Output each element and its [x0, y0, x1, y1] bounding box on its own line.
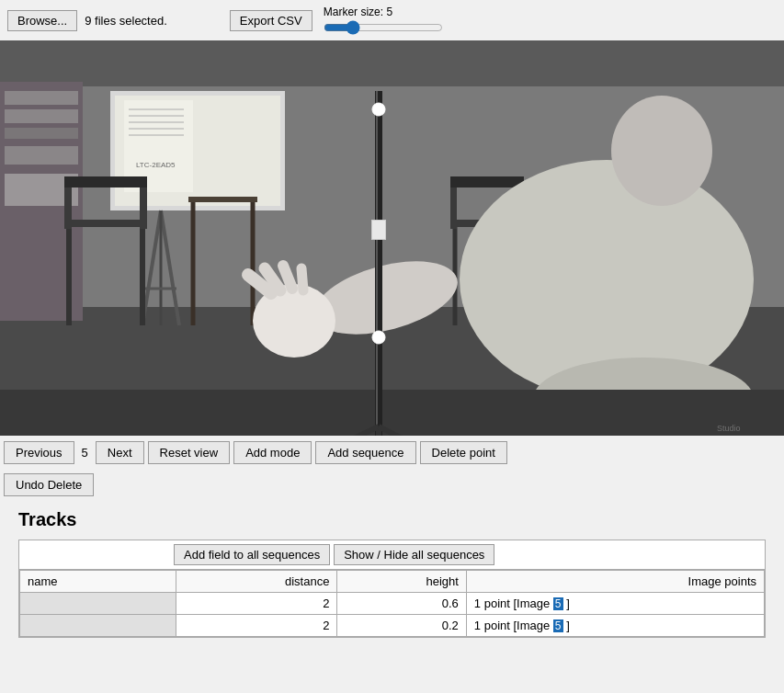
- row2-image-points: 1 point [Image 5 ]: [466, 615, 764, 637]
- tracks-data-table: name distance height Image points 2 0.6 …: [19, 570, 765, 637]
- svg-point-38: [611, 96, 712, 206]
- svg-point-55: [374, 333, 383, 342]
- delete-point-button[interactable]: Delete point: [420, 441, 507, 464]
- table-row: 2 0.6 1 point [Image 5 ]: [20, 593, 765, 615]
- row2-ip-text: 1 point [Image: [474, 619, 553, 632]
- marker-size-slider[interactable]: [324, 20, 443, 35]
- svg-rect-4: [5, 91, 78, 105]
- undo-delete-button[interactable]: Undo Delete: [4, 473, 94, 496]
- svg-rect-49: [376, 91, 378, 436]
- svg-text:LTC-2EAD5: LTC-2EAD5: [136, 161, 176, 169]
- row1-distance: 2: [176, 593, 337, 615]
- add-field-button[interactable]: Add field to all sequences: [174, 544, 330, 565]
- svg-text:Studio: Studio: [717, 424, 741, 433]
- next-button[interactable]: Next: [96, 441, 144, 464]
- tracks-table-area: Add field to all sequences Show / Hide a…: [18, 540, 766, 638]
- tracks-title: Tracks: [18, 509, 766, 530]
- svg-rect-25: [64, 183, 72, 229]
- svg-rect-34: [450, 183, 457, 229]
- svg-rect-26: [140, 183, 147, 229]
- row2-distance: 2: [176, 615, 337, 637]
- row1-height: 0.6: [337, 593, 467, 615]
- svg-rect-36: [450, 176, 524, 187]
- show-hide-button[interactable]: Show / Hide all sequences: [334, 544, 494, 565]
- svg-line-44: [301, 268, 303, 290]
- col-header-distance: distance: [176, 571, 337, 593]
- svg-rect-2: [0, 40, 784, 86]
- svg-rect-22: [64, 220, 147, 227]
- scene-canvas[interactable]: LTC-2EAD5: [0, 40, 784, 436]
- row1-ip-num: 5: [553, 597, 563, 610]
- svg-rect-6: [5, 128, 78, 139]
- svg-rect-51: [372, 221, 385, 239]
- col-header-image-points: Image points: [466, 571, 764, 593]
- svg-rect-28: [188, 197, 257, 202]
- files-selected-label: 9 files selected.: [85, 14, 167, 28]
- row2-ip-end: ]: [563, 619, 570, 632]
- col-header-height: height: [337, 571, 467, 593]
- row1-id: [20, 593, 176, 615]
- svg-rect-27: [64, 176, 147, 187]
- svg-rect-47: [0, 390, 784, 436]
- previous-button[interactable]: Previous: [4, 441, 74, 464]
- toolbar: Previous 5 Next Reset view Add mode Add …: [0, 436, 784, 470]
- frame-number: 5: [78, 446, 92, 460]
- table-header-row: name distance height Image points: [20, 571, 765, 593]
- reset-view-button[interactable]: Reset view: [148, 441, 231, 464]
- marker-size-container: Marker size: 5: [324, 6, 443, 35]
- undo-row: Undo Delete: [0, 470, 784, 500]
- row1-ip-end: ]: [563, 596, 570, 610]
- svg-rect-5: [5, 109, 78, 123]
- row1-ip-text: 1 point [Image: [474, 596, 553, 610]
- export-csv-button[interactable]: Export CSV: [230, 10, 312, 31]
- row2-height: 0.2: [337, 615, 467, 637]
- table-row: 2 0.2 1 point [Image 5 ]: [20, 615, 765, 637]
- image-area[interactable]: LTC-2EAD5: [0, 40, 784, 436]
- col-header-name: name: [20, 571, 176, 593]
- svg-rect-7: [5, 146, 78, 165]
- browse-button[interactable]: Browse...: [7, 10, 77, 31]
- marker-size-label: Marker size: 5: [324, 6, 392, 18]
- add-sequence-button[interactable]: Add sequence: [315, 441, 415, 464]
- top-bar: Browse... 9 files selected. Export CSV M…: [0, 0, 784, 40]
- add-mode-button[interactable]: Add mode: [233, 441, 312, 464]
- tracks-controls: Add field to all sequences Show / Hide a…: [19, 540, 765, 570]
- svg-point-53: [374, 105, 383, 114]
- tracks-section: Tracks Add field to all sequences Show /…: [0, 500, 784, 656]
- row2-ip-num: 5: [553, 619, 563, 632]
- row2-id: [20, 615, 176, 637]
- row1-image-points: 1 point [Image 5 ]: [466, 593, 764, 615]
